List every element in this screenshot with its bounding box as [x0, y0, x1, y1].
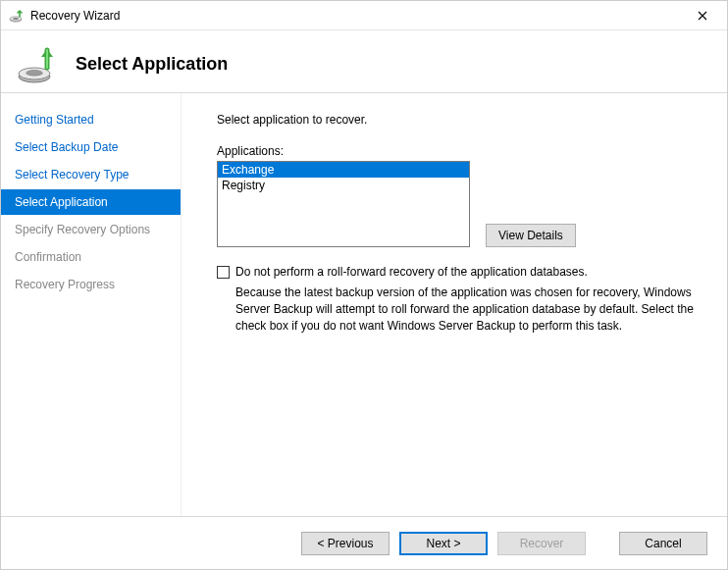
list-item[interactable]: Registry — [218, 178, 469, 193]
view-details-button[interactable]: View Details — [486, 224, 576, 247]
titlebar: Recovery Wizard — [1, 1, 727, 30]
sidebar-item-select-application[interactable]: Select Application — [1, 189, 181, 215]
sidebar-item-recovery-progress: Recovery Progress — [1, 272, 181, 297]
wizard-content: Select application to recover. Applicati… — [182, 93, 727, 516]
next-button[interactable]: Next > — [399, 532, 488, 555]
wizard-body: Getting Started Select Backup Date Selec… — [1, 93, 727, 516]
wizard-header: Select Application — [1, 30, 727, 93]
wizard-footer: < Previous Next > Recover Cancel — [1, 516, 727, 569]
roll-forward-checkbox[interactable] — [217, 266, 230, 279]
cancel-button[interactable]: Cancel — [619, 532, 707, 555]
wizard-icon — [17, 43, 60, 86]
description-text: Because the latest backup version of the… — [235, 285, 700, 334]
sidebar-item-confirmation: Confirmation — [1, 244, 181, 270]
recover-button: Recover — [497, 532, 586, 555]
list-item[interactable]: Exchange — [218, 162, 469, 178]
checkbox-label: Do not perform a roll-forward recovery o… — [235, 265, 588, 279]
sidebar-item-getting-started[interactable]: Getting Started — [1, 107, 181, 132]
sidebar-item-select-backup-date[interactable]: Select Backup Date — [1, 134, 181, 160]
sidebar-item-select-recovery-type[interactable]: Select Recovery Type — [1, 162, 181, 187]
svg-point-6 — [26, 70, 43, 76]
wizard-steps-sidebar: Getting Started Select Backup Date Selec… — [1, 93, 182, 516]
previous-button[interactable]: < Previous — [301, 532, 390, 555]
instruction-text: Select application to recover. — [217, 113, 700, 127]
close-button[interactable] — [682, 2, 723, 29]
applications-listbox[interactable]: Exchange Registry — [217, 161, 470, 247]
svg-point-2 — [13, 18, 19, 20]
applications-label: Applications: — [217, 144, 700, 158]
page-title: Select Application — [76, 54, 228, 75]
window-title: Recovery Wizard — [30, 9, 682, 23]
sidebar-item-specify-recovery-options: Specify Recovery Options — [1, 217, 181, 242]
app-icon — [9, 8, 25, 24]
